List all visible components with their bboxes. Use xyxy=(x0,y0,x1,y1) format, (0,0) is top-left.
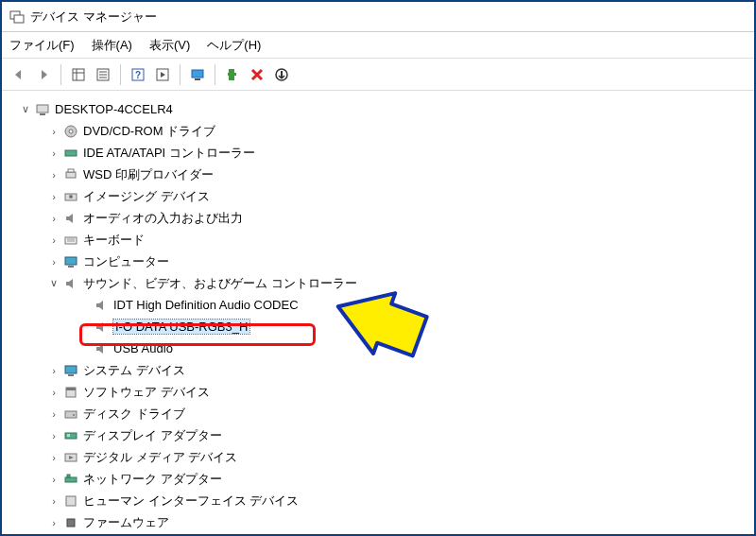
speaker-icon xyxy=(93,297,110,314)
disc-icon xyxy=(62,123,79,140)
chevron-right-icon[interactable]: › xyxy=(47,364,60,377)
speaker-icon xyxy=(62,275,79,292)
svg-rect-31 xyxy=(68,266,74,268)
menu-view[interactable]: 表示(V) xyxy=(149,37,190,54)
chevron-right-icon[interactable]: › xyxy=(47,494,60,508)
chevron-right-icon[interactable]: › xyxy=(47,147,60,160)
chevron-right-icon[interactable]: › xyxy=(47,233,60,247)
svg-rect-43 xyxy=(66,496,76,506)
tree-node-wsd[interactable]: › WSD 印刷プロバイダー xyxy=(6,164,750,185)
toolbar-separator xyxy=(120,64,121,85)
action-button[interactable] xyxy=(151,63,174,86)
speaker-icon xyxy=(62,210,79,227)
update-driver-button[interactable] xyxy=(221,63,244,86)
computer-icon xyxy=(34,101,51,118)
disk-icon xyxy=(62,406,79,423)
tree-node-network[interactable]: › ネットワーク アダプター xyxy=(6,468,750,490)
svg-rect-30 xyxy=(65,257,77,265)
tree-node-firmware[interactable]: › ファームウェア xyxy=(6,511,750,533)
scan-button[interactable] xyxy=(186,63,209,86)
tree-label: I-O DATA USB-RGB3_H xyxy=(113,320,249,334)
help-button[interactable]: ? xyxy=(127,63,149,86)
tree-node-display[interactable]: › ディスプレイ アダプター xyxy=(6,424,750,446)
svg-rect-32 xyxy=(65,366,77,373)
chevron-right-icon[interactable]: › xyxy=(47,125,60,138)
svg-rect-23 xyxy=(66,172,76,178)
tree-node-system[interactable]: › システム デバイス xyxy=(6,359,750,381)
svg-rect-35 xyxy=(66,388,76,390)
svg-rect-42 xyxy=(67,475,70,477)
tree-node-dvd[interactable]: › DVD/CD-ROM ドライブ xyxy=(6,120,750,142)
tree-node-software[interactable]: › ソフトウェア デバイス xyxy=(6,381,750,403)
tree-node-sound-child[interactable]: IDT High Definition Audio CODEC xyxy=(6,294,750,316)
chevron-right-icon[interactable]: › xyxy=(47,386,60,399)
tree-label: サウンド、ビデオ、およびゲーム コントローラー xyxy=(83,275,357,292)
properties-button[interactable] xyxy=(92,63,114,86)
monitor-icon xyxy=(62,253,79,270)
tree-node-computer[interactable]: › コンピューター xyxy=(6,251,750,272)
chevron-down-icon[interactable]: ∨ xyxy=(47,277,60,290)
menu-help[interactable]: ヘルプ(H) xyxy=(207,37,261,54)
chevron-right-icon[interactable]: › xyxy=(47,255,60,268)
speaker-icon xyxy=(93,340,110,357)
chevron-right-icon[interactable]: › xyxy=(47,516,60,529)
show-hidden-button[interactable] xyxy=(67,63,90,86)
tree-label: ヒューマン インターフェイス デバイス xyxy=(83,493,299,510)
tree-root-label: DESKTOP-4CCELR4 xyxy=(55,102,173,116)
app-icon xyxy=(9,9,25,25)
chevron-right-icon[interactable]: › xyxy=(47,168,60,182)
toolbar-separator xyxy=(60,64,61,85)
back-button[interactable] xyxy=(8,63,30,86)
svg-text:?: ? xyxy=(135,70,141,80)
forward-button[interactable] xyxy=(32,63,55,86)
tree-node-audio-io[interactable]: › オーディオの入力および出力 xyxy=(6,207,750,229)
chevron-right-icon[interactable]: › xyxy=(47,190,60,203)
svg-rect-15 xyxy=(228,73,230,76)
chevron-right-icon[interactable]: › xyxy=(47,429,60,442)
chevron-right-icon[interactable]: › xyxy=(47,212,60,225)
tree-node-sound-child-selected[interactable]: I-O DATA USB-RGB3_H xyxy=(6,316,750,337)
display-adapter-icon xyxy=(62,427,79,444)
tree-label: イメージング デバイス xyxy=(83,188,210,205)
chevron-right-icon[interactable]: › xyxy=(47,451,60,464)
hid-icon xyxy=(62,493,79,510)
tree-node-sound[interactable]: ∨ サウンド、ビデオ、およびゲーム コントローラー xyxy=(6,272,750,294)
speaker-icon xyxy=(93,319,110,336)
tree-node-digital-media[interactable]: › デジタル メディア デバイス xyxy=(6,446,750,468)
svg-rect-12 xyxy=(192,70,203,78)
software-icon xyxy=(62,384,79,401)
tree-label: IDE ATA/ATAPI コントローラー xyxy=(83,145,255,162)
svg-rect-19 xyxy=(40,113,45,115)
window-title: デバイス マネージャー xyxy=(30,9,157,26)
menu-action[interactable]: 操作(A) xyxy=(92,37,132,54)
tree-node-ide[interactable]: › IDE ATA/ATAPI コントローラー xyxy=(6,142,750,164)
device-tree[interactable]: ∨ DESKTOP-4CCELR4 › DVD/CD-ROM ドライブ › ID… xyxy=(2,91,754,534)
tree-label: IDT High Definition Audio CODEC xyxy=(113,298,299,312)
tree-label: システム デバイス xyxy=(83,362,185,379)
tree-node-keyboard[interactable]: › キーボード xyxy=(6,229,750,251)
tree-node-sound-child[interactable]: USB Audio xyxy=(6,337,750,359)
svg-rect-33 xyxy=(68,374,74,376)
tree-node-imaging[interactable]: › イメージング デバイス xyxy=(6,185,750,207)
chevron-down-icon[interactable]: ∨ xyxy=(19,103,32,116)
svg-rect-24 xyxy=(68,169,74,172)
svg-rect-13 xyxy=(195,78,200,80)
svg-rect-38 xyxy=(65,433,77,439)
tree-node-hid[interactable]: › ヒューマン インターフェイス デバイス xyxy=(6,490,750,511)
tree-label: キーボード xyxy=(83,232,145,249)
toolbar: ? xyxy=(2,59,754,91)
svg-rect-2 xyxy=(73,69,84,80)
uninstall-button[interactable] xyxy=(246,63,268,86)
svg-point-26 xyxy=(69,195,73,199)
system-icon xyxy=(62,362,79,379)
tree-label: USB Audio xyxy=(113,341,173,355)
tree-label: WSD 印刷プロバイダー xyxy=(83,166,214,183)
menu-file[interactable]: ファイル(F) xyxy=(9,37,75,54)
network-icon xyxy=(62,471,79,488)
tree-label: コンピューター xyxy=(83,253,169,270)
chevron-right-icon[interactable]: › xyxy=(47,407,60,421)
chevron-right-icon[interactable]: › xyxy=(47,473,60,486)
disable-button[interactable] xyxy=(270,63,293,86)
tree-node-disk[interactable]: › ディスク ドライブ xyxy=(6,403,750,424)
tree-root-node[interactable]: ∨ DESKTOP-4CCELR4 xyxy=(6,98,750,120)
